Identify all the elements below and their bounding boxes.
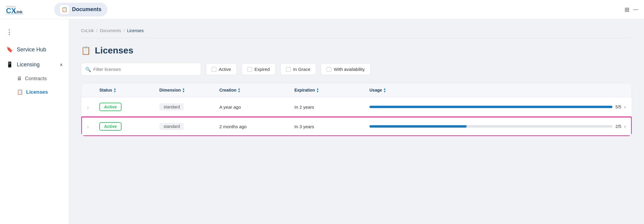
sidebar-toggle[interactable]: ⋮ xyxy=(0,25,69,42)
filter-chip-with-availability[interactable]: With availability xyxy=(321,63,370,75)
row-usage-2: 2/5 › xyxy=(369,124,626,129)
row-expiration-1: In 2 years xyxy=(294,104,369,110)
breadcrumb-licenses: Licenses xyxy=(127,28,143,33)
sidebar-sub-item-contracts-label: Contracts xyxy=(25,76,47,82)
sidebar-sub-item-contracts[interactable]: 🖥 Contracts xyxy=(17,72,69,85)
grid-icon[interactable]: ⊞ xyxy=(624,6,630,13)
main-content: CxLink / Documents / Licenses 📋 Licenses… xyxy=(69,19,644,224)
dimension-sort-icon[interactable]: ▲▼ xyxy=(182,87,185,93)
row-dimension-1: standard xyxy=(159,103,219,110)
licensing-chevron-icon: ∧ xyxy=(60,62,63,67)
filter-in-grace-checkbox[interactable] xyxy=(286,67,291,72)
sidebar-item-licensing-label: Licensing xyxy=(17,62,40,68)
usage-nav-arrow-1[interactable]: › xyxy=(624,104,626,109)
row-creation-2: 2 months ago xyxy=(219,124,294,129)
service-hub-icon: 🔖 xyxy=(6,46,13,53)
top-nav: SYNTAX CX Link 📋 Documents ⊞ ━━ xyxy=(0,0,644,19)
table-row-2[interactable]: › Active standard 2 months ago In 3 year… xyxy=(81,117,632,136)
row-expand-1[interactable]: › xyxy=(87,104,99,110)
logo-area: SYNTAX CX Link xyxy=(6,4,54,16)
dimension-badge-1: standard xyxy=(159,103,184,110)
filter-active-checkbox[interactable] xyxy=(212,67,216,72)
th-expiration-label: Expiration xyxy=(294,88,315,92)
usage-text-1: 5/5 xyxy=(615,104,621,109)
breadcrumb: CxLink / Documents / Licenses xyxy=(81,28,632,38)
row-creation-1: A year ago xyxy=(219,104,294,110)
th-status-label: Status xyxy=(99,88,112,92)
filter-chip-active[interactable]: Active xyxy=(206,63,237,75)
sidebar-item-service-hub-label: Service Hub xyxy=(17,47,46,53)
documents-tab[interactable]: 📋 Documents xyxy=(54,3,107,17)
row-status-2: Active xyxy=(99,122,159,131)
usage-sort-icon[interactable]: ▲▼ xyxy=(383,87,386,93)
svg-rect-3 xyxy=(6,14,24,14)
table-row-1[interactable]: › Active standard A year ago In 2 years … xyxy=(81,97,632,117)
row-status-1: Active xyxy=(99,103,159,111)
expand-arrow-1[interactable]: › xyxy=(87,105,89,110)
contracts-icon: 🖥 xyxy=(17,76,22,82)
filter-with-availability-label: With availability xyxy=(334,67,365,72)
status-badge-1: Active xyxy=(99,103,122,111)
th-usage-label: Usage xyxy=(369,88,382,92)
usage-nav-arrow-2[interactable]: › xyxy=(624,124,626,129)
sidebar-item-service-hub[interactable]: 🔖 Service Hub xyxy=(0,42,69,57)
filter-with-availability-checkbox[interactable] xyxy=(327,67,331,72)
page-header: 📋 Licenses xyxy=(81,45,632,56)
filter-input-wrap: 🔍 xyxy=(81,63,201,76)
th-status[interactable]: Status ▲▼ xyxy=(99,87,159,93)
breadcrumb-sep-1: / xyxy=(96,28,98,33)
filter-active-label: Active xyxy=(219,67,231,72)
status-badge-2: Active xyxy=(99,122,122,131)
th-expand xyxy=(87,87,99,93)
page-title: Licenses xyxy=(95,45,133,56)
usage-text-2: 2/5 xyxy=(615,124,621,129)
usage-bar-bg-1 xyxy=(369,106,612,108)
menu-icon[interactable]: ━━ xyxy=(633,7,638,12)
th-creation-label: Creation xyxy=(219,88,236,92)
top-nav-actions: ⊞ ━━ xyxy=(624,6,638,13)
dimension-badge-2: standard xyxy=(159,123,184,130)
filter-chip-in-grace[interactable]: In Grace xyxy=(280,63,316,75)
status-sort-icon[interactable]: ▲▼ xyxy=(113,87,116,93)
table-body: › Active standard A year ago In 2 years … xyxy=(81,97,632,136)
creation-sort-icon[interactable]: ▲▼ xyxy=(238,87,241,93)
th-dimension[interactable]: Dimension ▲▼ xyxy=(159,87,219,93)
licenses-icon: 📋 xyxy=(17,89,23,95)
sidebar-item-licensing[interactable]: 📱 Licensing ∧ xyxy=(0,57,69,72)
th-usage[interactable]: Usage ▲▼ xyxy=(369,87,626,93)
filter-chip-expired[interactable]: Expired xyxy=(242,63,275,75)
row-dimension-2: standard xyxy=(159,123,219,130)
breadcrumb-cxlink[interactable]: CxLink xyxy=(81,28,94,33)
filter-in-grace-label: In Grace xyxy=(293,67,311,72)
row-expiration-2: In 3 years xyxy=(294,124,369,129)
licenses-table: Status ▲▼ Dimension ▲▼ Creation ▲▼ Expir… xyxy=(81,83,632,136)
filter-input[interactable] xyxy=(81,63,201,76)
usage-bar-bg-2 xyxy=(369,125,612,128)
filter-row: 🔍 Active Expired In Grace With availabil… xyxy=(81,63,632,76)
filter-expired-checkbox[interactable] xyxy=(247,67,252,72)
th-creation[interactable]: Creation ▲▼ xyxy=(219,87,294,93)
usage-bar-fill-1 xyxy=(369,106,612,108)
filter-expired-label: Expired xyxy=(254,67,270,72)
row-expand-2[interactable]: › xyxy=(87,124,99,129)
th-expiration[interactable]: Expiration ▲▼ xyxy=(294,87,369,93)
licensing-icon: 📱 xyxy=(6,61,13,68)
sidebar-sub-licensing: 🖥 Contracts 📋 Licenses xyxy=(0,72,69,99)
documents-tab-label: Documents xyxy=(72,6,101,13)
expand-arrow-2[interactable]: › xyxy=(87,125,89,129)
page-title-icon: 📋 xyxy=(81,46,91,55)
breadcrumb-sep-2: / xyxy=(124,28,125,33)
breadcrumb-documents[interactable]: Documents xyxy=(100,28,121,33)
sidebar: ⋮ 🔖 Service Hub 📱 Licensing ∧ 🖥 Contract… xyxy=(0,19,69,224)
th-dimension-label: Dimension xyxy=(159,88,181,92)
search-icon: 🔍 xyxy=(85,66,91,72)
sidebar-sub-item-licenses[interactable]: 📋 Licenses xyxy=(17,85,69,99)
expiration-sort-icon[interactable]: ▲▼ xyxy=(316,87,319,93)
documents-tab-icon: 📋 xyxy=(60,5,69,14)
svg-text:Link: Link xyxy=(14,10,23,14)
sidebar-sub-item-licenses-label: Licenses xyxy=(26,89,48,95)
usage-bar-fill-2 xyxy=(369,125,467,128)
row-usage-1: 5/5 › xyxy=(369,104,626,109)
app-body: ⋮ 🔖 Service Hub 📱 Licensing ∧ 🖥 Contract… xyxy=(0,19,644,224)
table-header: Status ▲▼ Dimension ▲▼ Creation ▲▼ Expir… xyxy=(81,83,632,97)
